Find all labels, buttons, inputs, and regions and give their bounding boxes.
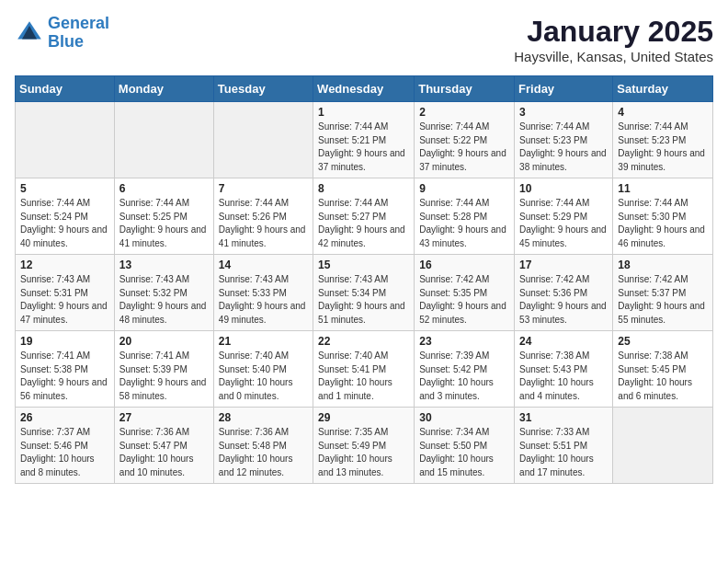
day-info: Sunrise: 7:44 AM Sunset: 5:29 PM Dayligh… [519, 197, 608, 250]
page-header: General Blue January 2025 Haysville, Kan… [15, 15, 713, 64]
day-number: 12 [20, 259, 109, 271]
day-info: Sunrise: 7:41 AM Sunset: 5:39 PM Dayligh… [119, 350, 209, 403]
day-number: 21 [219, 335, 308, 348]
day-info: Sunrise: 7:41 AM Sunset: 5:38 PM Dayligh… [20, 350, 109, 403]
day-info: Sunrise: 7:43 AM Sunset: 5:34 PM Dayligh… [318, 273, 409, 327]
day-number: 31 [519, 411, 608, 424]
logo-text: General Blue [48, 15, 109, 52]
calendar-cell: 29Sunrise: 7:35 AM Sunset: 5:49 PM Dayli… [313, 408, 415, 484]
day-number: 3 [519, 106, 608, 119]
day-number: 13 [119, 259, 209, 271]
calendar-cell: 30Sunrise: 7:34 AM Sunset: 5:50 PM Dayli… [415, 408, 515, 484]
logo-blue: Blue [48, 32, 84, 51]
day-info: Sunrise: 7:42 AM Sunset: 5:36 PM Dayligh… [519, 273, 608, 327]
calendar-cell: 22Sunrise: 7:40 AM Sunset: 5:41 PM Dayli… [313, 331, 415, 408]
day-number: 20 [119, 335, 209, 348]
weekday-header: Thursday [415, 76, 515, 102]
logo-icon [15, 18, 44, 48]
day-info: Sunrise: 7:35 AM Sunset: 5:49 PM Dayligh… [318, 426, 409, 479]
calendar-cell: 23Sunrise: 7:39 AM Sunset: 5:42 PM Dayli… [415, 331, 515, 408]
calendar-cell: 8Sunrise: 7:44 AM Sunset: 5:27 PM Daylig… [313, 178, 415, 255]
day-info: Sunrise: 7:36 AM Sunset: 5:47 PM Dayligh… [119, 426, 209, 479]
day-info: Sunrise: 7:42 AM Sunset: 5:35 PM Dayligh… [419, 273, 509, 327]
weekday-header: Sunday [16, 76, 115, 102]
calendar-cell: 31Sunrise: 7:33 AM Sunset: 5:51 PM Dayli… [515, 408, 613, 484]
day-number: 23 [419, 335, 509, 348]
calendar-cell [613, 408, 713, 484]
day-number: 27 [119, 411, 209, 424]
calendar-week-row: 5Sunrise: 7:44 AM Sunset: 5:24 PM Daylig… [16, 178, 713, 255]
day-number: 24 [519, 335, 608, 348]
calendar-cell: 2Sunrise: 7:44 AM Sunset: 5:22 PM Daylig… [415, 102, 515, 178]
day-number: 17 [519, 259, 608, 271]
calendar-week-row: 19Sunrise: 7:41 AM Sunset: 5:38 PM Dayli… [16, 331, 713, 408]
day-number: 1 [318, 106, 409, 119]
calendar-cell: 7Sunrise: 7:44 AM Sunset: 5:26 PM Daylig… [213, 178, 313, 255]
day-info: Sunrise: 7:44 AM Sunset: 5:25 PM Dayligh… [119, 197, 209, 250]
day-number: 18 [618, 259, 708, 271]
weekday-header-row: SundayMondayTuesdayWednesdayThursdayFrid… [16, 76, 713, 102]
day-number: 16 [419, 259, 509, 271]
calendar-cell: 12Sunrise: 7:43 AM Sunset: 5:31 PM Dayli… [16, 255, 115, 331]
weekday-header: Friday [515, 76, 613, 102]
day-number: 10 [519, 182, 608, 195]
day-number: 7 [219, 182, 308, 195]
calendar-cell: 6Sunrise: 7:44 AM Sunset: 5:25 PM Daylig… [114, 178, 213, 255]
weekday-header: Wednesday [313, 76, 415, 102]
calendar-cell: 14Sunrise: 7:43 AM Sunset: 5:33 PM Dayli… [213, 255, 313, 331]
title-block: January 2025 Haysville, Kansas, United S… [514, 15, 713, 64]
day-info: Sunrise: 7:36 AM Sunset: 5:48 PM Dayligh… [219, 426, 308, 479]
weekday-header: Tuesday [213, 76, 313, 102]
calendar-cell: 3Sunrise: 7:44 AM Sunset: 5:23 PM Daylig… [515, 102, 613, 178]
day-info: Sunrise: 7:39 AM Sunset: 5:42 PM Dayligh… [419, 350, 509, 403]
day-info: Sunrise: 7:44 AM Sunset: 5:23 PM Dayligh… [519, 121, 608, 174]
day-info: Sunrise: 7:33 AM Sunset: 5:51 PM Dayligh… [519, 426, 608, 479]
day-number: 25 [618, 335, 708, 348]
calendar-cell [16, 102, 115, 178]
calendar-cell [114, 102, 213, 178]
calendar-title: January 2025 [514, 15, 713, 49]
day-number: 15 [318, 259, 409, 271]
calendar-cell: 10Sunrise: 7:44 AM Sunset: 5:29 PM Dayli… [515, 178, 613, 255]
calendar-cell [213, 102, 313, 178]
weekday-header: Saturday [613, 76, 713, 102]
day-info: Sunrise: 7:43 AM Sunset: 5:32 PM Dayligh… [119, 273, 209, 327]
calendar-week-row: 26Sunrise: 7:37 AM Sunset: 5:46 PM Dayli… [16, 408, 713, 484]
calendar-cell: 13Sunrise: 7:43 AM Sunset: 5:32 PM Dayli… [114, 255, 213, 331]
day-number: 8 [318, 182, 409, 195]
calendar-table: SundayMondayTuesdayWednesdayThursdayFrid… [15, 75, 713, 484]
day-info: Sunrise: 7:43 AM Sunset: 5:33 PM Dayligh… [219, 273, 308, 327]
day-number: 9 [419, 182, 509, 195]
day-info: Sunrise: 7:37 AM Sunset: 5:46 PM Dayligh… [20, 426, 109, 479]
day-info: Sunrise: 7:44 AM Sunset: 5:28 PM Dayligh… [419, 197, 509, 250]
day-info: Sunrise: 7:38 AM Sunset: 5:43 PM Dayligh… [519, 350, 608, 403]
calendar-cell: 19Sunrise: 7:41 AM Sunset: 5:38 PM Dayli… [16, 331, 115, 408]
calendar-week-row: 12Sunrise: 7:43 AM Sunset: 5:31 PM Dayli… [16, 255, 713, 331]
logo: General Blue [15, 15, 109, 52]
calendar-cell: 1Sunrise: 7:44 AM Sunset: 5:21 PM Daylig… [313, 102, 415, 178]
day-info: Sunrise: 7:34 AM Sunset: 5:50 PM Dayligh… [419, 426, 509, 479]
day-number: 29 [318, 411, 409, 424]
day-number: 28 [219, 411, 308, 424]
day-info: Sunrise: 7:44 AM Sunset: 5:22 PM Dayligh… [419, 121, 509, 174]
calendar-cell: 18Sunrise: 7:42 AM Sunset: 5:37 PM Dayli… [613, 255, 713, 331]
calendar-cell: 20Sunrise: 7:41 AM Sunset: 5:39 PM Dayli… [114, 331, 213, 408]
calendar-cell: 11Sunrise: 7:44 AM Sunset: 5:30 PM Dayli… [613, 178, 713, 255]
calendar-cell: 9Sunrise: 7:44 AM Sunset: 5:28 PM Daylig… [415, 178, 515, 255]
day-info: Sunrise: 7:40 AM Sunset: 5:40 PM Dayligh… [219, 350, 308, 403]
day-number: 14 [219, 259, 308, 271]
day-info: Sunrise: 7:44 AM Sunset: 5:23 PM Dayligh… [618, 121, 708, 174]
calendar-cell: 21Sunrise: 7:40 AM Sunset: 5:40 PM Dayli… [213, 331, 313, 408]
day-number: 11 [618, 182, 708, 195]
calendar-cell: 16Sunrise: 7:42 AM Sunset: 5:35 PM Dayli… [415, 255, 515, 331]
day-info: Sunrise: 7:38 AM Sunset: 5:45 PM Dayligh… [618, 350, 708, 403]
weekday-header: Monday [114, 76, 213, 102]
logo-general: General [48, 14, 109, 32]
calendar-cell: 28Sunrise: 7:36 AM Sunset: 5:48 PM Dayli… [213, 408, 313, 484]
day-info: Sunrise: 7:44 AM Sunset: 5:24 PM Dayligh… [20, 197, 109, 250]
calendar-cell: 24Sunrise: 7:38 AM Sunset: 5:43 PM Dayli… [515, 331, 613, 408]
day-number: 2 [419, 106, 509, 119]
calendar-week-row: 1Sunrise: 7:44 AM Sunset: 5:21 PM Daylig… [16, 102, 713, 178]
day-info: Sunrise: 7:44 AM Sunset: 5:21 PM Dayligh… [318, 121, 409, 174]
calendar-cell: 25Sunrise: 7:38 AM Sunset: 5:45 PM Dayli… [613, 331, 713, 408]
